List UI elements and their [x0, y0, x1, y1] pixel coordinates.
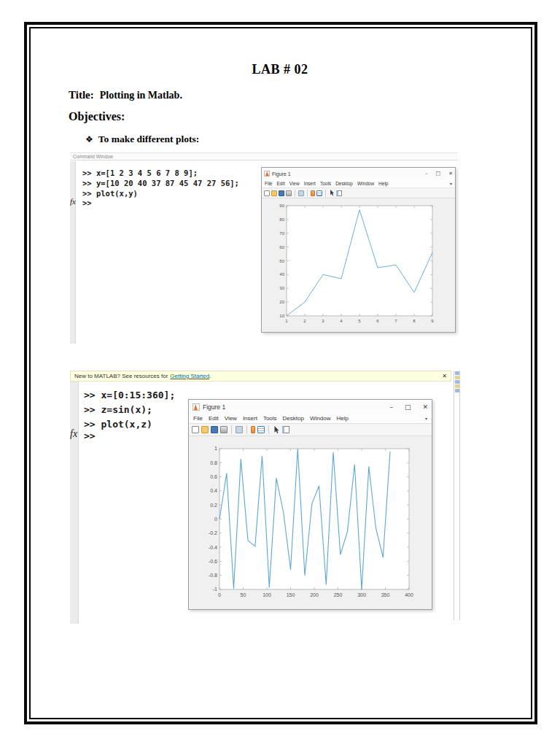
menu-insert[interactable]: Insert: [304, 181, 316, 186]
svg-text:0: 0: [218, 592, 221, 597]
svg-text:0.8: 0.8: [210, 460, 217, 465]
figure-window-1: Figure 1 – □ ✕ File Edit View Insert Too…: [261, 167, 456, 333]
link-plot-icon[interactable]: [236, 426, 243, 433]
svg-text:50: 50: [241, 592, 246, 597]
link-plot-icon[interactable]: [298, 190, 304, 196]
figure-window-2: Figure 1 – □ ✕ File Edit View Insert Too…: [188, 399, 432, 610]
menu-tools[interactable]: Tools: [263, 415, 277, 422]
edit-plot-cursor-icon[interactable]: [273, 426, 280, 433]
menu-help[interactable]: Help: [378, 181, 388, 186]
menu-desktop[interactable]: Desktop: [335, 181, 353, 186]
menu-insert[interactable]: Insert: [243, 415, 257, 422]
svg-text:70: 70: [279, 231, 284, 236]
menu-view[interactable]: View: [225, 415, 237, 422]
svg-text:4: 4: [340, 319, 343, 323]
menu-edit[interactable]: Edit: [276, 181, 284, 186]
menu-window[interactable]: Window: [310, 415, 330, 422]
menu-overflow-icon[interactable]: ▾: [425, 416, 427, 421]
mini-panel-icon[interactable]: [455, 376, 459, 379]
mini-panel-icon[interactable]: [455, 380, 459, 384]
line-chart-svg: 050100150200250300350400-1-0.8-0.6-0.4-0…: [189, 436, 432, 609]
code-line: >> z=sin(x);: [84, 403, 175, 417]
banner-close-icon[interactable]: ✕: [442, 373, 447, 379]
menu-file[interactable]: File: [265, 181, 272, 186]
getting-started-link[interactable]: Getting Started: [170, 373, 209, 379]
insert-colorbar-icon[interactable]: [311, 190, 315, 196]
figure-titlebar[interactable]: Figure 1 – □ ✕: [262, 168, 455, 179]
code-line: >> x=[1 2 3 4 5 6 7 8 9];: [82, 168, 239, 178]
collapsed-panel-strip[interactable]: [454, 371, 460, 620]
maximize-button[interactable]: □: [405, 403, 411, 411]
insert-colorbar-icon[interactable]: [251, 426, 255, 433]
toolbar-separator: [268, 425, 269, 434]
menu-view[interactable]: View: [289, 181, 300, 186]
page-title: LAB # 02: [0, 62, 560, 77]
figure-titlebar[interactable]: Figure 1 – □ ✕: [189, 400, 432, 414]
svg-text:60: 60: [279, 245, 284, 249]
save-icon[interactable]: [211, 426, 218, 433]
fx-function-hint[interactable]: fx: [70, 197, 76, 206]
command-window-code[interactable]: >> x=[0:15:360];>> z=sin(x);>> plot(x,z): [84, 388, 175, 432]
line-chart-svg: 123456789102030405060708090: [262, 198, 455, 332]
menu-help[interactable]: Help: [336, 415, 348, 422]
document-page: LAB # 02 Title:Plotting in Matlab. Objec…: [0, 0, 560, 747]
new-figure-icon[interactable]: [264, 190, 270, 196]
edit-plot-cursor-icon[interactable]: [329, 190, 335, 196]
menu-edit[interactable]: Edit: [209, 415, 219, 422]
menu-desktop[interactable]: Desktop: [283, 415, 304, 422]
insert-legend-icon[interactable]: [257, 426, 265, 433]
figure-toolbar: [189, 424, 432, 436]
svg-text:-0.6: -0.6: [209, 559, 217, 564]
svg-text:8: 8: [413, 319, 416, 323]
figure-menubar: File Edit View Insert Tools Desktop Wind…: [189, 414, 432, 424]
minimize-button[interactable]: –: [389, 403, 393, 411]
toolbar-separator: [325, 190, 326, 197]
command-prompt[interactable]: >>: [82, 198, 92, 207]
matlab-app-icon: [264, 171, 270, 177]
svg-text:0: 0: [214, 516, 217, 522]
fx-function-hint[interactable]: fx: [70, 428, 77, 440]
code-line: >> y=[10 20 40 37 87 45 47 27 56];: [82, 178, 239, 188]
command-window-code[interactable]: >> x=[1 2 3 4 5 6 7 8 9];>> y=[10 20 40 …: [82, 168, 239, 198]
menu-window[interactable]: Window: [357, 181, 374, 186]
svg-text:400: 400: [405, 592, 413, 597]
mini-panel-icon[interactable]: [455, 384, 459, 388]
svg-text:10: 10: [279, 314, 284, 318]
print-icon[interactable]: [286, 190, 292, 196]
mini-panel-icon[interactable]: [455, 371, 459, 375]
figure-plot-area-1: 123456789102030405060708090: [262, 198, 455, 332]
save-icon[interactable]: [279, 190, 284, 196]
command-prompt[interactable]: >>: [84, 430, 96, 441]
menu-file[interactable]: File: [193, 415, 203, 422]
diamond-bullet-icon: ❖: [85, 134, 93, 144]
svg-text:3: 3: [322, 319, 324, 323]
property-inspector-icon[interactable]: [336, 190, 342, 196]
close-button[interactable]: ✕: [448, 171, 453, 177]
new-figure-icon[interactable]: [192, 426, 199, 433]
mini-panel-icon[interactable]: [455, 389, 459, 392]
banner-text: New to MATLAB? See resources for: [74, 373, 168, 379]
figure-toolbar: [262, 188, 455, 198]
insert-legend-icon[interactable]: [316, 190, 322, 196]
svg-text:1: 1: [214, 446, 217, 451]
property-inspector-icon[interactable]: [282, 426, 289, 433]
print-icon[interactable]: [220, 426, 228, 433]
toolbar-separator: [246, 425, 247, 434]
open-file-icon[interactable]: [271, 190, 277, 196]
code-line: >> plot(x,z): [84, 417, 175, 432]
svg-text:50: 50: [279, 259, 284, 263]
svg-text:300: 300: [357, 592, 366, 597]
svg-text:7: 7: [394, 319, 397, 323]
command-window-left-gutter: [70, 161, 76, 344]
svg-text:30: 30: [279, 286, 284, 290]
menu-overflow-icon[interactable]: ▾: [450, 181, 452, 186]
menu-tools[interactable]: Tools: [320, 181, 331, 186]
open-file-icon[interactable]: [201, 426, 209, 433]
maximize-button[interactable]: □: [436, 171, 441, 177]
minimize-button[interactable]: –: [425, 171, 428, 177]
objectives-heading: Objectives:: [69, 110, 125, 123]
svg-text:100: 100: [262, 592, 271, 597]
close-button[interactable]: ✕: [422, 403, 428, 411]
svg-text:-1: -1: [213, 587, 217, 592]
svg-text:6: 6: [376, 319, 379, 323]
